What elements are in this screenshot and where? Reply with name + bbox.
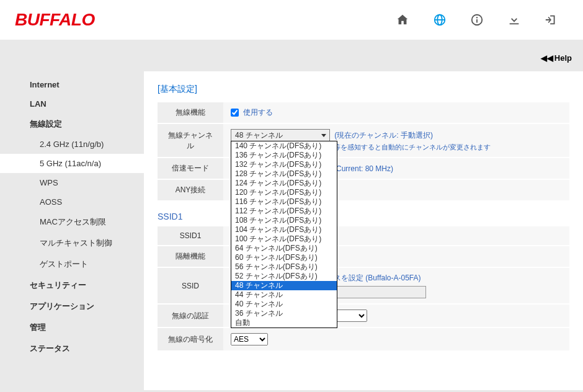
nav-lan[interactable]: LAN xyxy=(0,94,144,114)
channel-select-wrap: 48 チャンネル 140 チャンネル(DFSあり)136 チャンネル(DFSあり… xyxy=(231,129,330,141)
help-label: Help xyxy=(554,53,572,63)
channel-option[interactable]: 128 チャンネル(DFSあり) xyxy=(231,169,337,179)
channel-note2: 等を感知すると自動的にチャンネルが変更されます xyxy=(334,143,562,152)
help-row: ◀◀ Help xyxy=(0,40,583,71)
channel-option[interactable]: 140 チャンネル(DFSあり) xyxy=(231,141,337,151)
info-icon[interactable] xyxy=(470,13,484,27)
nav-internet[interactable]: Internet xyxy=(0,75,144,94)
wireless-fn-checkbox[interactable] xyxy=(231,109,239,117)
channel-option[interactable]: 44 チャンネル xyxy=(231,290,337,300)
sidebar: Internet LAN 無線設定 2.4 GHz (11n/g/b) 5 GH… xyxy=(0,71,144,390)
content-panel: [基本設定] 無線機能 使用する 無線チャンネル 48 チャンネル xyxy=(144,71,583,390)
channel-option[interactable]: 132 チャンネル(DFSあり) xyxy=(231,160,337,169)
nav-application[interactable]: アプリケーション xyxy=(0,296,144,317)
row-isolate-label: 隔離機能 xyxy=(158,246,223,267)
nav-wps[interactable]: WPS xyxy=(0,173,144,192)
topbar-icons xyxy=(396,13,568,27)
channel-option[interactable]: 120 チャンネル(DFSあり) xyxy=(231,188,337,197)
nav-aoss[interactable]: AOSS xyxy=(0,192,144,212)
enc-select[interactable]: AES xyxy=(231,333,268,345)
logout-icon[interactable] xyxy=(545,13,558,27)
row-enc-label: 無線の暗号化 xyxy=(158,327,223,351)
channel-option[interactable]: 自動 xyxy=(231,318,337,327)
row-wireless-fn-label: 無線機能 xyxy=(158,102,223,123)
wireless-fn-checkbox-wrap[interactable]: 使用する xyxy=(231,108,273,117)
channel-option[interactable]: 52 チャンネル(DFSあり) xyxy=(231,272,337,281)
nav-mac-filter[interactable]: MACアクセス制限 xyxy=(0,212,144,233)
svg-point-4 xyxy=(476,17,478,18)
nav-wireless[interactable]: 無線設定 xyxy=(0,114,144,135)
channel-option[interactable]: 108 チャンネル(DFSあり) xyxy=(231,216,337,225)
channel-select[interactable]: 48 チャンネル xyxy=(231,129,330,141)
channel-option[interactable]: 124 チャンネル(DFSあり) xyxy=(231,179,337,188)
help-triangles-icon: ◀◀ xyxy=(541,53,553,63)
topbar: BUFFALO xyxy=(0,0,583,40)
basic-table: 無線機能 使用する 無線チャンネル 48 チャンネル 140 チャンネル(DFS… xyxy=(158,102,569,202)
double-value: (Current: 80 MHz) xyxy=(334,164,393,173)
channel-option[interactable]: 40 チャンネル xyxy=(231,300,337,309)
nav-status[interactable]: ステータス xyxy=(0,338,144,359)
nav-guest-port[interactable]: ゲストポート xyxy=(0,254,144,275)
nav-wireless-5ghz[interactable]: 5 GHz (11ac/n/a) xyxy=(0,154,144,173)
channel-option[interactable]: 136 チャンネル(DFSあり) xyxy=(231,151,337,160)
logo: BUFFALO xyxy=(15,10,95,30)
channel-option[interactable]: 36 チャンネル xyxy=(231,309,337,318)
ssid1-table: SSID1 隔離機能 SSID スを設定 (Buffalo-A-05FA) 値を… xyxy=(158,226,569,352)
globe-icon[interactable] xyxy=(433,13,447,27)
channel-select-value: 48 チャンネル xyxy=(235,130,283,141)
row-double-label: 倍速モード xyxy=(158,158,223,179)
row-any-label: ANY接続 xyxy=(158,179,223,201)
channel-dropdown[interactable]: 140 チャンネル(DFSあり)136 チャンネル(DFSあり)132 チャンネ… xyxy=(231,141,337,328)
channel-option[interactable]: 48 チャンネル xyxy=(231,281,337,290)
section-title-basic: [基本設定] xyxy=(158,84,569,95)
help-link[interactable]: ◀◀ Help xyxy=(541,53,572,63)
row-ssid1-label: SSID1 xyxy=(158,226,223,246)
channel-note1: (現在のチャンネル: 手動選択) xyxy=(334,131,433,140)
nav-security[interactable]: セキュリティー xyxy=(0,275,144,296)
ssid-hint: スを設定 (Buffalo-A-05FA) xyxy=(334,274,421,282)
ssid1-header: SSID1 xyxy=(158,212,569,221)
download-icon[interactable] xyxy=(507,13,521,27)
channel-option[interactable]: 60 チャンネル(DFSあり) xyxy=(231,253,337,262)
channel-option[interactable]: 116 チャンネル(DFSあり) xyxy=(231,197,337,207)
nav-wireless-24ghz[interactable]: 2.4 GHz (11n/g/b) xyxy=(0,135,144,154)
row-auth-label: 無線の認証 xyxy=(158,304,223,327)
channel-option[interactable]: 56 チャンネル(DFSあり) xyxy=(231,262,337,272)
home-icon[interactable] xyxy=(396,13,409,27)
wireless-fn-value: 使用する xyxy=(243,108,273,117)
nav-admin[interactable]: 管理 xyxy=(0,317,144,338)
channel-option[interactable]: 64 チャンネル(DFSあり) xyxy=(231,244,337,253)
row-ssid-label: SSID xyxy=(158,267,223,304)
svg-rect-5 xyxy=(476,19,478,23)
channel-option[interactable]: 104 チャンネル(DFSあり) xyxy=(231,225,337,234)
channel-option[interactable]: 100 チャンネル(DFSあり) xyxy=(231,234,337,244)
nav-multicast[interactable]: マルチキャスト制御 xyxy=(0,233,144,254)
row-channel-label: 無線チャンネル xyxy=(158,123,223,158)
channel-option[interactable]: 112 チャンネル(DFSあり) xyxy=(231,207,337,216)
